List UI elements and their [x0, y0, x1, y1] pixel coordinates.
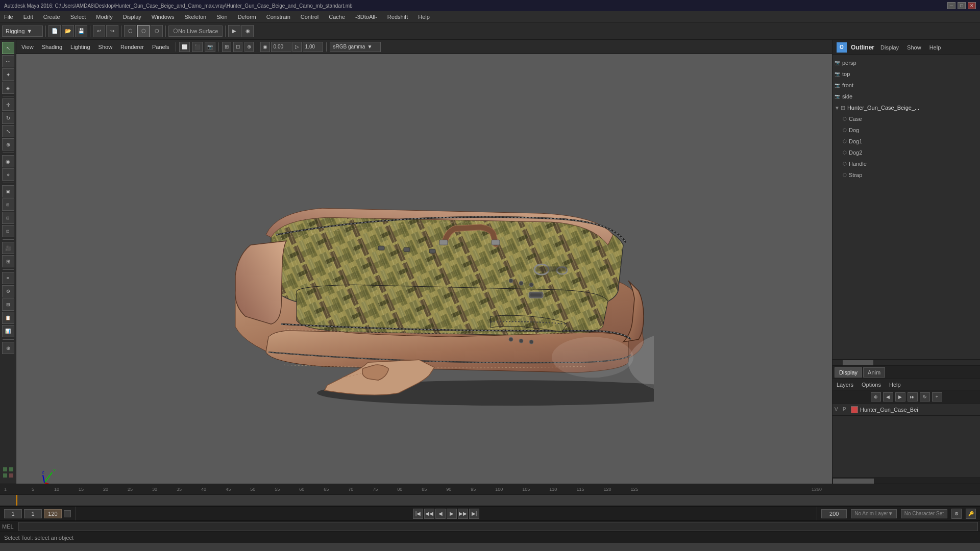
- current-frame-input[interactable]: [4, 509, 22, 518]
- timeline-ruler[interactable]: 1 5 10 15 20 25 30 35 40 45 50 55 60 65 …: [0, 484, 980, 495]
- view-single-button[interactable]: ▣: [2, 185, 14, 197]
- menu-display[interactable]: Display: [121, 13, 143, 21]
- frame-range-toggle[interactable]: [64, 510, 71, 517]
- mel-input[interactable]: [18, 522, 978, 531]
- outliner-help-menu[interactable]: Help: [927, 43, 943, 52]
- outliner-show-menu[interactable]: Show: [905, 43, 923, 52]
- view-side-by-side-button[interactable]: ⊡: [2, 225, 14, 237]
- color-space-dropdown[interactable]: sRGB gamma ▼: [330, 42, 381, 52]
- display-settings-button[interactable]: ⊞: [2, 298, 14, 311]
- right-panel-scrollbar[interactable]: [832, 478, 980, 484]
- film-gate-button[interactable]: ⊡: [233, 42, 242, 52]
- new-scene-button[interactable]: 📄: [48, 25, 61, 37]
- menu-constrain[interactable]: Constrain: [264, 13, 292, 21]
- tab-display[interactable]: Display: [835, 367, 862, 378]
- outliner-item-dog2[interactable]: ⬡ Dog2: [832, 147, 980, 158]
- select-by-object-button[interactable]: ⬡: [137, 25, 150, 37]
- rotate-tool-button[interactable]: ↻: [2, 112, 14, 124]
- end-frame-input[interactable]: [821, 509, 847, 518]
- outliner-item-group[interactable]: ▼ ⊞ Hunter_Gun_Case_Beige_...: [832, 102, 980, 113]
- menu-file[interactable]: File: [2, 13, 15, 21]
- outliner-item-strap[interactable]: ⬡ Strap: [832, 169, 980, 181]
- viewport-menu-view[interactable]: View: [18, 43, 37, 51]
- show-manip-button[interactable]: ⋄: [2, 168, 14, 181]
- close-button[interactable]: ✕: [968, 2, 976, 9]
- outliner-item-top[interactable]: 📷 top: [832, 68, 980, 80]
- wireframe-button[interactable]: ⬜: [179, 42, 190, 52]
- menu-help[interactable]: Help: [416, 13, 432, 21]
- outliner-item-handle[interactable]: ⬡ Handle: [832, 158, 980, 169]
- expand-button[interactable]: ⊕: [2, 342, 14, 354]
- smooth-shade-button[interactable]: ⬛: [192, 42, 203, 52]
- layer-new-button[interactable]: ⊕: [871, 392, 881, 402]
- channel-options-menu[interactable]: Options: [860, 381, 883, 389]
- play-forward-button[interactable]: ▶: [447, 509, 457, 519]
- outliner-display-menu[interactable]: Display: [878, 43, 901, 52]
- timeline-track[interactable]: [0, 495, 980, 506]
- viewport-menu-panels[interactable]: Panels: [149, 43, 173, 51]
- scroll-thumb[interactable]: [843, 360, 873, 365]
- viewport-menu-shading[interactable]: Shading: [39, 43, 65, 51]
- render-settings-button[interactable]: ⚙: [2, 285, 14, 297]
- viewport-menu-lighting[interactable]: Lighting: [67, 43, 93, 51]
- layer-color-swatch[interactable]: [851, 406, 858, 413]
- outliner-scrollbar[interactable]: [832, 359, 980, 365]
- resolution-gate-button[interactable]: ⊞: [222, 42, 231, 52]
- snap-grid-button[interactable]: ⊕: [244, 42, 254, 52]
- render-button[interactable]: ▶: [228, 25, 240, 37]
- gamma-input[interactable]: [303, 42, 323, 52]
- outliner-item-persp[interactable]: 📷 persp: [832, 57, 980, 68]
- channel-help-menu[interactable]: Help: [887, 381, 903, 389]
- lasso-tool-button[interactable]: ⋯: [2, 55, 14, 67]
- view-quad-button[interactable]: ⊞: [2, 198, 14, 211]
- scale-tool-button[interactable]: ⤡: [2, 125, 14, 137]
- layers-button[interactable]: ≡: [2, 272, 14, 284]
- exposure-input[interactable]: [271, 42, 291, 52]
- textured-button[interactable]: 📷: [205, 42, 215, 52]
- channel-box-button[interactable]: 📊: [2, 325, 14, 337]
- menu-windows[interactable]: Windows: [150, 13, 177, 21]
- layer-refresh-button[interactable]: ↻: [920, 392, 930, 402]
- viewport-menu-show[interactable]: Show: [95, 43, 116, 51]
- menu-select[interactable]: Select: [68, 13, 88, 21]
- gamma-toggle[interactable]: ◉: [260, 42, 270, 52]
- right-scroll-thumb[interactable]: [833, 479, 874, 484]
- start-frame-input[interactable]: [24, 509, 42, 518]
- maximize-button[interactable]: □: [958, 2, 966, 9]
- camera-tool-button[interactable]: 🎥: [2, 242, 14, 254]
- live-surface-button[interactable]: ⬡ No Live Surface: [168, 26, 223, 37]
- layer-next-button[interactable]: ▶: [895, 392, 905, 402]
- paint-tool-button[interactable]: ✦: [2, 68, 14, 81]
- menu-modify[interactable]: Modify: [94, 13, 114, 21]
- layer-last-button[interactable]: ⏭: [908, 392, 918, 402]
- step-back-button[interactable]: ◀◀: [424, 509, 434, 519]
- menu-control[interactable]: Control: [299, 13, 321, 21]
- select-tool-button[interactable]: ↖: [2, 42, 14, 54]
- outliner-item-dog1[interactable]: ⬡ Dog1: [832, 136, 980, 147]
- sculpt-tool-button[interactable]: ◈: [2, 82, 14, 94]
- menu-create[interactable]: Create: [41, 13, 62, 21]
- outliner-item-case[interactable]: ⬡ Case: [832, 113, 980, 124]
- save-scene-button[interactable]: 💾: [75, 25, 87, 37]
- next-frame-button[interactable]: ▶▶: [458, 509, 468, 519]
- character-set-dropdown[interactable]: No Character Set: [901, 509, 947, 518]
- viewport-menu-renderer[interactable]: Renderer: [117, 43, 147, 51]
- viewport-canvas[interactable]: persp X Y Z: [16, 54, 832, 484]
- menu-skin[interactable]: Skin: [214, 13, 229, 21]
- anim-layer-dropdown[interactable]: No Anim Layer ▼: [851, 509, 897, 518]
- menu-redshift[interactable]: Redshift: [385, 13, 410, 21]
- redo-button[interactable]: ↪: [106, 25, 118, 37]
- universal-manip-button[interactable]: ⊕: [2, 138, 14, 151]
- ipr-button[interactable]: ◉: [241, 25, 254, 37]
- minimize-button[interactable]: ─: [947, 2, 955, 9]
- goto-start-button[interactable]: |◀: [413, 509, 423, 519]
- outliner-item-front[interactable]: 📷 front: [832, 80, 980, 91]
- layer-prev-button[interactable]: ◀: [883, 392, 893, 402]
- open-scene-button[interactable]: 📂: [62, 25, 74, 37]
- mode-dropdown[interactable]: Rigging ▼: [2, 26, 43, 37]
- auto-key-button[interactable]: 🔑: [966, 509, 976, 519]
- quick-layout-button[interactable]: ⊞: [2, 255, 14, 267]
- value-arrow[interactable]: ▷: [292, 42, 302, 52]
- tab-anim[interactable]: Anim: [863, 367, 885, 378]
- goto-end-button[interactable]: ▶|: [469, 509, 479, 519]
